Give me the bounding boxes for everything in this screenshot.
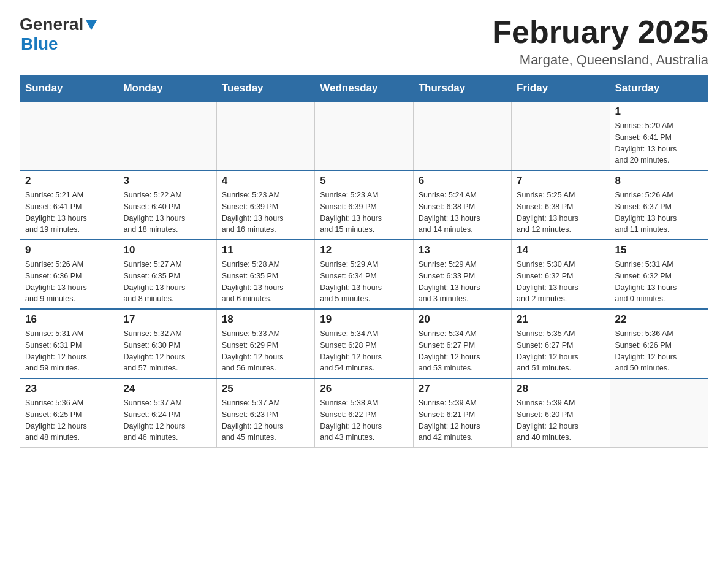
calendar-cell — [315, 101, 413, 170]
calendar-cell — [216, 101, 314, 170]
calendar-cell: 27Sunrise: 5:39 AMSunset: 6:21 PMDayligh… — [413, 378, 511, 448]
day-number: 3 — [123, 175, 211, 187]
day-number: 15 — [615, 244, 703, 256]
logo-triangle-icon — [86, 20, 97, 30]
calendar-cell: 28Sunrise: 5:39 AMSunset: 6:20 PMDayligh… — [512, 378, 610, 448]
calendar-cell: 13Sunrise: 5:29 AMSunset: 6:33 PMDayligh… — [413, 240, 511, 309]
day-info: Sunrise: 5:29 AMSunset: 6:33 PMDaylight:… — [419, 259, 506, 305]
day-info: Sunrise: 5:27 AMSunset: 6:35 PMDaylight:… — [123, 259, 211, 305]
day-number: 22 — [615, 313, 703, 326]
calendar-cell: 10Sunrise: 5:27 AMSunset: 6:35 PMDayligh… — [118, 240, 216, 309]
calendar-cell: 4Sunrise: 5:23 AMSunset: 6:39 PMDaylight… — [216, 170, 314, 240]
calendar-cell: 9Sunrise: 5:26 AMSunset: 6:36 PMDaylight… — [20, 240, 118, 309]
day-number: 11 — [222, 244, 309, 256]
day-info: Sunrise: 5:34 AMSunset: 6:27 PMDaylight:… — [419, 328, 506, 374]
day-number: 21 — [517, 313, 604, 326]
calendar-cell: 21Sunrise: 5:35 AMSunset: 6:27 PMDayligh… — [512, 309, 610, 378]
day-number: 14 — [517, 244, 604, 256]
weekday-header-wednesday: Wednesday — [315, 76, 413, 102]
calendar-cell: 5Sunrise: 5:23 AMSunset: 6:39 PMDaylight… — [315, 170, 413, 240]
header-title-block: February 2025 Margate, Queensland, Austr… — [492, 15, 708, 68]
day-info: Sunrise: 5:33 AMSunset: 6:29 PMDaylight:… — [222, 328, 309, 374]
day-info: Sunrise: 5:38 AMSunset: 6:22 PMDaylight:… — [320, 397, 408, 443]
day-info: Sunrise: 5:26 AMSunset: 6:37 PMDaylight:… — [615, 190, 703, 236]
calendar-week-row: 16Sunrise: 5:31 AMSunset: 6:31 PMDayligh… — [20, 309, 708, 378]
calendar-cell: 17Sunrise: 5:32 AMSunset: 6:30 PMDayligh… — [118, 309, 216, 378]
page-header: General Blue February 2025 Margate, Quee… — [20, 15, 708, 68]
day-info: Sunrise: 5:22 AMSunset: 6:40 PMDaylight:… — [123, 190, 211, 236]
weekday-header-monday: Monday — [118, 76, 216, 102]
calendar-cell: 20Sunrise: 5:34 AMSunset: 6:27 PMDayligh… — [413, 309, 511, 378]
calendar-cell: 18Sunrise: 5:33 AMSunset: 6:29 PMDayligh… — [216, 309, 314, 378]
day-number: 12 — [320, 244, 408, 256]
day-info: Sunrise: 5:37 AMSunset: 6:23 PMDaylight:… — [222, 397, 309, 443]
day-info: Sunrise: 5:35 AMSunset: 6:27 PMDaylight:… — [517, 328, 604, 374]
calendar-cell — [118, 101, 216, 170]
weekday-header-friday: Friday — [512, 76, 610, 102]
day-info: Sunrise: 5:36 AMSunset: 6:25 PMDaylight:… — [25, 397, 113, 443]
calendar-cell: 3Sunrise: 5:22 AMSunset: 6:40 PMDaylight… — [118, 170, 216, 240]
weekday-header-sunday: Sunday — [20, 76, 118, 102]
calendar-cell: 23Sunrise: 5:36 AMSunset: 6:25 PMDayligh… — [20, 378, 118, 448]
day-number: 17 — [123, 313, 211, 326]
day-number: 4 — [222, 175, 309, 187]
calendar-cell: 6Sunrise: 5:24 AMSunset: 6:38 PMDaylight… — [413, 170, 511, 240]
calendar-cell: 8Sunrise: 5:26 AMSunset: 6:37 PMDaylight… — [610, 170, 708, 240]
day-info: Sunrise: 5:39 AMSunset: 6:21 PMDaylight:… — [419, 397, 506, 443]
day-number: 7 — [517, 175, 604, 187]
day-info: Sunrise: 5:39 AMSunset: 6:20 PMDaylight:… — [517, 397, 604, 443]
calendar-cell: 25Sunrise: 5:37 AMSunset: 6:23 PMDayligh… — [216, 378, 314, 448]
calendar-cell: 19Sunrise: 5:34 AMSunset: 6:28 PMDayligh… — [315, 309, 413, 378]
day-number: 24 — [123, 383, 211, 395]
day-number: 2 — [25, 175, 113, 187]
day-info: Sunrise: 5:37 AMSunset: 6:24 PMDaylight:… — [123, 397, 211, 443]
day-number: 20 — [419, 313, 506, 326]
svg-marker-0 — [86, 20, 97, 30]
day-info: Sunrise: 5:31 AMSunset: 6:32 PMDaylight:… — [615, 259, 703, 305]
day-number: 10 — [123, 244, 211, 256]
calendar-cell: 11Sunrise: 5:28 AMSunset: 6:35 PMDayligh… — [216, 240, 314, 309]
calendar-week-row: 1Sunrise: 5:20 AMSunset: 6:41 PMDaylight… — [20, 101, 708, 170]
day-info: Sunrise: 5:28 AMSunset: 6:35 PMDaylight:… — [222, 259, 309, 305]
weekday-header-thursday: Thursday — [413, 76, 511, 102]
day-number: 18 — [222, 313, 309, 326]
calendar-cell: 7Sunrise: 5:25 AMSunset: 6:38 PMDaylight… — [512, 170, 610, 240]
day-info: Sunrise: 5:36 AMSunset: 6:26 PMDaylight:… — [615, 328, 703, 374]
day-number: 13 — [419, 244, 506, 256]
day-info: Sunrise: 5:25 AMSunset: 6:38 PMDaylight:… — [517, 190, 604, 236]
day-number: 1 — [615, 105, 703, 118]
calendar-cell: 24Sunrise: 5:37 AMSunset: 6:24 PMDayligh… — [118, 378, 216, 448]
day-info: Sunrise: 5:31 AMSunset: 6:31 PMDaylight:… — [25, 328, 113, 374]
calendar-cell: 15Sunrise: 5:31 AMSunset: 6:32 PMDayligh… — [610, 240, 708, 309]
day-info: Sunrise: 5:26 AMSunset: 6:36 PMDaylight:… — [25, 259, 113, 305]
day-number: 8 — [615, 175, 703, 187]
calendar-week-row: 2Sunrise: 5:21 AMSunset: 6:41 PMDaylight… — [20, 170, 708, 240]
day-number: 26 — [320, 383, 408, 395]
day-number: 5 — [320, 175, 408, 187]
day-number: 16 — [25, 313, 113, 326]
day-info: Sunrise: 5:20 AMSunset: 6:41 PMDaylight:… — [615, 120, 703, 166]
calendar-week-row: 23Sunrise: 5:36 AMSunset: 6:25 PMDayligh… — [20, 378, 708, 448]
day-info: Sunrise: 5:21 AMSunset: 6:41 PMDaylight:… — [25, 190, 113, 236]
day-info: Sunrise: 5:23 AMSunset: 6:39 PMDaylight:… — [222, 190, 309, 236]
day-info: Sunrise: 5:34 AMSunset: 6:28 PMDaylight:… — [320, 328, 408, 374]
location-title: Margate, Queensland, Australia — [492, 52, 708, 68]
calendar-cell: 22Sunrise: 5:36 AMSunset: 6:26 PMDayligh… — [610, 309, 708, 378]
month-title: February 2025 — [492, 15, 708, 50]
day-info: Sunrise: 5:32 AMSunset: 6:30 PMDaylight:… — [123, 328, 211, 374]
calendar-cell: 12Sunrise: 5:29 AMSunset: 6:34 PMDayligh… — [315, 240, 413, 309]
weekday-header-saturday: Saturday — [610, 76, 708, 102]
calendar-cell — [512, 101, 610, 170]
day-number: 28 — [517, 383, 604, 395]
calendar-cell: 16Sunrise: 5:31 AMSunset: 6:31 PMDayligh… — [20, 309, 118, 378]
calendar-cell: 1Sunrise: 5:20 AMSunset: 6:41 PMDaylight… — [610, 101, 708, 170]
day-number: 19 — [320, 313, 408, 326]
calendar-cell — [610, 378, 708, 448]
day-number: 25 — [222, 383, 309, 395]
day-info: Sunrise: 5:24 AMSunset: 6:38 PMDaylight:… — [419, 190, 506, 236]
calendar-header-row: SundayMondayTuesdayWednesdayThursdayFrid… — [20, 76, 708, 102]
day-info: Sunrise: 5:23 AMSunset: 6:39 PMDaylight:… — [320, 190, 408, 236]
logo: General Blue — [20, 15, 97, 54]
calendar-cell — [20, 101, 118, 170]
day-number: 6 — [419, 175, 506, 187]
